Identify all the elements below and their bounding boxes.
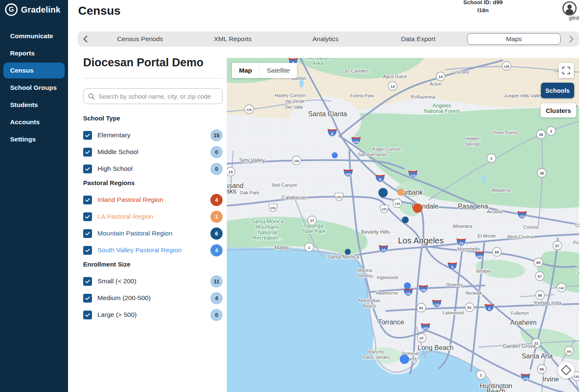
- map-type-satellite[interactable]: Satellite: [259, 63, 297, 78]
- map-label: Altadena: [492, 188, 510, 193]
- route-shield-1: 1: [477, 371, 486, 379]
- svg-text:126: 126: [247, 108, 252, 112]
- map-marker-peach[interactable]: [397, 189, 404, 196]
- svg-text:134: 134: [395, 202, 400, 206]
- route-shield-14: 14: [436, 72, 445, 81]
- checkbox-elementary[interactable]: [83, 131, 92, 140]
- checkbox-high-school[interactable]: [83, 165, 92, 173]
- svg-text:101: 101: [336, 195, 341, 199]
- count-badge: 11: [210, 275, 223, 287]
- filter-label: Middle School: [97, 148, 138, 156]
- filter-heading-enrollment-size: Enrollment Size: [83, 261, 223, 269]
- tab-data-export[interactable]: Data Export: [372, 32, 465, 46]
- map-type-control: Map Satellite: [232, 63, 297, 78]
- checkbox-small-200[interactable]: [83, 277, 92, 286]
- map-label: San Fernando: [358, 152, 387, 157]
- checkbox-la-pastoral-region[interactable]: [83, 212, 92, 221]
- map-label: Kagel Canyon: [373, 146, 402, 152]
- filter-row-high-school: High School0: [83, 162, 223, 175]
- svg-text:138: 138: [504, 65, 509, 68]
- svg-text:101: 101: [382, 207, 387, 211]
- checkbox-inland-pastoral-region[interactable]: [83, 196, 92, 204]
- sidebar-item-communicate[interactable]: Communicate: [3, 28, 65, 44]
- map-label: Los Angeles: [398, 236, 444, 245]
- map-label: Whittier: [476, 269, 492, 274]
- route-shield-2: 2: [487, 154, 496, 163]
- map-label: Hasley Canyon: [275, 93, 306, 98]
- svg-text:405: 405: [346, 172, 351, 176]
- map-marker-blue[interactable]: [400, 355, 409, 364]
- map-label: Long Beach: [417, 344, 453, 351]
- user-avatar-icon[interactable]: [562, 1, 577, 16]
- map-label: Fullerton: [511, 311, 529, 316]
- sidebar-item-accounts[interactable]: Accounts: [3, 114, 65, 130]
- checkbox-medium-200-500[interactable]: [83, 294, 92, 303]
- map-label: Santa Clarita: [308, 110, 347, 118]
- svg-text:5: 5: [379, 178, 381, 182]
- fullscreen-button[interactable]: [559, 63, 574, 78]
- tabs-next-icon[interactable]: [563, 31, 579, 47]
- count-badge: 15: [210, 129, 223, 141]
- svg-text:142: 142: [559, 286, 564, 290]
- sidebar-item-settings[interactable]: Settings: [3, 131, 65, 147]
- map-label: Oak Park: [240, 190, 259, 195]
- map-label: Ravenna: [417, 94, 436, 99]
- filter-label: Inland Pastoral Region: [97, 196, 163, 204]
- route-shield-126: 126: [245, 105, 254, 114]
- filter-heading-school-type: School Type: [83, 115, 223, 123]
- map-marker-blue[interactable]: [332, 152, 338, 158]
- filter-label: Medium (200-500): [97, 294, 151, 302]
- count-badge: 0: [210, 163, 223, 175]
- map-label: Simi Valley: [239, 157, 265, 163]
- map-marker-blue[interactable]: [404, 282, 411, 289]
- sidebar-item-reports[interactable]: Reports: [3, 45, 65, 61]
- logo: G Gradelink: [5, 3, 60, 16]
- map-label: Irvine: [542, 376, 559, 383]
- route-shield-1: 1: [305, 243, 314, 252]
- svg-text:10: 10: [381, 248, 386, 252]
- search-input[interactable]: [98, 93, 218, 100]
- map-marker-orange[interactable]: [413, 204, 422, 213]
- sidebar-nav: CommunicateReportsCensusSchool GroupsStu…: [0, 27, 68, 149]
- search-icon: [88, 93, 95, 100]
- sidebar-item-census[interactable]: Census: [3, 63, 65, 78]
- map-marker-navy[interactable]: [378, 188, 388, 197]
- map-marker-navy[interactable]: [402, 217, 409, 223]
- map-type-map[interactable]: Map: [232, 63, 259, 78]
- svg-text:55: 55: [540, 367, 544, 371]
- route-shield-60: 60: [493, 248, 501, 256]
- svg-text:2: 2: [491, 157, 493, 161]
- svg-text:710: 710: [434, 303, 439, 307]
- map-label: Norwalk: [465, 290, 482, 295]
- checkbox-south-valley-pastoral-region[interactable]: [83, 246, 92, 255]
- checkbox-mountain-pastoral-region[interactable]: [83, 229, 92, 238]
- count-badge: 4: [210, 244, 223, 256]
- checkbox-large-500[interactable]: [83, 311, 92, 319]
- svg-text:5: 5: [452, 265, 454, 269]
- svg-text:39: 39: [540, 171, 544, 175]
- route-shield-134: 134: [393, 199, 402, 208]
- filter-row-elementary: Elementary15: [83, 129, 223, 141]
- svg-text:110: 110: [406, 292, 411, 295]
- map-canvas[interactable]: 5555540540540521021021010101101057106051…: [227, 58, 579, 392]
- checkbox-middle-school[interactable]: [83, 148, 92, 157]
- schools-toggle-button[interactable]: Schools: [541, 83, 574, 98]
- pan-control[interactable]: [558, 362, 575, 379]
- svg-text:210: 210: [520, 214, 525, 218]
- clusters-toggle-button[interactable]: Clusters: [541, 103, 576, 118]
- tab-maps[interactable]: Maps: [467, 33, 561, 45]
- map-marker-navy[interactable]: [345, 249, 351, 255]
- sidebar-item-students[interactable]: Students: [3, 97, 65, 113]
- filter-row-middle-school: Middle School0: [83, 146, 223, 158]
- map-label: Chino HillsState Park: [576, 264, 579, 275]
- tab-analytics[interactable]: Analytics: [279, 32, 372, 46]
- svg-text:39: 39: [539, 133, 543, 137]
- map-label: Pasadena: [458, 203, 488, 210]
- map-label: Garden Grove: [502, 343, 536, 349]
- svg-text:118: 118: [294, 159, 299, 163]
- count-badge: 4: [210, 292, 223, 304]
- route-shield-91: 91: [417, 303, 426, 312]
- count-badge: 0: [210, 146, 223, 158]
- route-shield-39: 39: [537, 130, 546, 139]
- sidebar-item-school-groups[interactable]: School Groups: [3, 80, 65, 96]
